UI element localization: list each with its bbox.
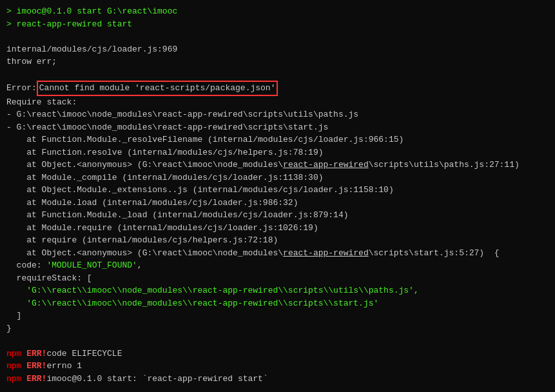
error-message: Cannot find module 'react-scripts/packag… <box>37 81 278 96</box>
err-label-4: ERR! <box>26 385 46 387</box>
line-path2: - G:\react\imooc\node_modules\react-app-… <box>6 121 549 134</box>
line-requirestack: requireStack: [ <box>6 272 549 285</box>
npm-err-text-1: code ELIFECYCLE <box>46 348 122 360</box>
line-at10: at Object.<anonymous> (G:\react\imooc\no… <box>6 247 549 260</box>
line-4: internal/modules/cjs/loader.js:969 <box>6 43 549 56</box>
err-label-1: ERR! <box>26 348 46 360</box>
line-at2: at Function.resolve (internal/modules/cj… <box>6 146 549 159</box>
error-line: Error: Cannot find module 'react-scripts… <box>6 81 549 96</box>
line-at9: at require (internal/modules/cjs/helpers… <box>6 234 549 247</box>
line-at4: at Module._compile (internal/modules/cjs… <box>6 172 549 184</box>
line-2: > react-app-rewired start <box>6 18 549 31</box>
line-1: > imooc@0.1.0 start G:\react\imooc <box>6 5 549 18</box>
line-stack2: 'G:\\react\\imooc\\node_modules\\react-a… <box>6 297 549 310</box>
line-6 <box>6 68 549 81</box>
npm-err-text-2: errno 1 <box>46 360 82 373</box>
line-bracket1: ] <box>6 309 549 322</box>
line-stack1: 'G:\\react\\imooc\\node_modules\\react-a… <box>6 284 549 297</box>
err-label-2: ERR! <box>26 360 46 373</box>
npm-err-1: npm ERR! code ELIFECYCLE <box>6 348 549 360</box>
npm-label-1: npm <box>6 348 21 360</box>
npm-label-2: npm <box>6 360 21 373</box>
line-require: Require stack: <box>6 96 549 109</box>
line-at7: at Function.Module._load (internal/modul… <box>6 209 549 222</box>
npm-label-4: npm <box>6 385 21 387</box>
line-path1: - G:\react\imooc\node_modules\react-app-… <box>6 108 549 121</box>
line-at6: at Module.load (internal/modules/cjs/loa… <box>6 197 549 210</box>
npm-err-2: npm ERR! errno 1 <box>6 360 549 373</box>
line-empty1 <box>6 335 549 348</box>
npm-err-4: npm ERR! Exit status 1 <box>6 385 549 387</box>
line-at3: at Object.<anonymous> (G:\react\imooc\no… <box>6 159 549 172</box>
line-5: throw err; <box>6 55 549 68</box>
terminal: > imooc@0.1.0 start G:\react\imooc > rea… <box>6 5 549 387</box>
line-code: code: 'MODULE_NOT_FOUND', <box>6 259 549 272</box>
err-label-3: ERR! <box>26 373 46 386</box>
npm-err-text-3: imooc@0.1.0 start: `react-app-rewired st… <box>46 373 268 386</box>
line-at8: at Module.require (internal/modules/cjs/… <box>6 222 549 235</box>
line-at5: at Object.Module._extensions..js (intern… <box>6 184 549 197</box>
npm-label-3: npm <box>6 373 21 386</box>
line-at1: at Function.Module._resolveFilename (int… <box>6 133 549 146</box>
error-label: Error: <box>6 82 37 95</box>
npm-err-text-4: Exit status 1 <box>46 385 112 387</box>
line-bracket2: } <box>6 322 549 335</box>
npm-err-3: npm ERR! imooc@0.1.0 start: `react-app-r… <box>6 373 549 386</box>
line-3 <box>6 30 549 43</box>
